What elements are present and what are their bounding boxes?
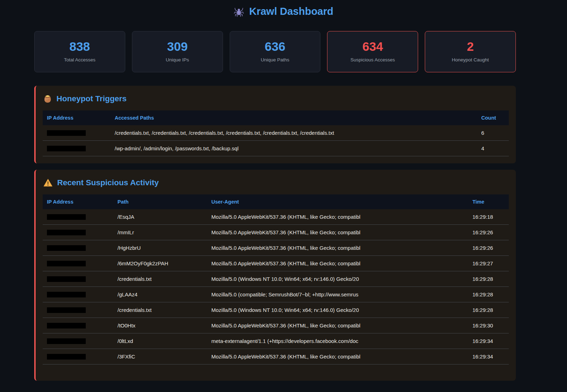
warning-icon [43, 179, 53, 187]
accessed-paths-cell: /credentials.txt, /credentials.txt, /cre… [110, 125, 477, 141]
activity-table-row: /gLAAz4 Mozilla/5.0 (compatible; Semrush… [43, 287, 509, 302]
user-agent-cell: meta-externalagent/1.1 (+https://develop… [207, 333, 468, 349]
ip-address-cell [43, 125, 110, 141]
activity-table-header-row: IP Address Path User-Agent Time [43, 194, 509, 209]
ip-address-cell [43, 256, 113, 271]
activity-panel-title-text: Recent Suspicious Activity [57, 178, 159, 187]
user-agent-cell: Mozilla/5.0 AppleWebKit/537.36 (KHTML, l… [207, 240, 468, 256]
stat-card: 838 Total Accesses [34, 31, 125, 72]
honeypot-icon [43, 94, 52, 103]
time-cell: 16:29:34 [468, 349, 509, 364]
time-cell: 16:29:18 [468, 209, 509, 225]
page-title: Krawl Dashboard [0, 0, 567, 17]
redacted-ip-bar [47, 354, 86, 360]
stat-value: 636 [233, 40, 318, 53]
time-cell: 16:29:26 [468, 240, 509, 256]
redacted-ip-bar [47, 261, 86, 266]
ip-address-cell [43, 209, 113, 225]
time-cell: 16:29:28 [468, 287, 509, 302]
honeypot-table: IP Address Accessed Paths Count /credent… [43, 110, 509, 156]
honeypot-table-row: /credentials.txt, /credentials.txt, /cre… [43, 125, 509, 141]
column-header-accessed-paths: Accessed Paths [110, 110, 477, 125]
path-cell: /6mM2OyF0gk2zPAH [113, 256, 207, 271]
redacted-ip-bar [47, 292, 86, 297]
redacted-ip-bar [47, 307, 86, 313]
time-cell: 16:29:28 [468, 302, 509, 318]
redacted-ip-bar [47, 130, 86, 136]
accessed-paths-cell: /wp-admin/, /admin/login, /passwords.txt… [110, 141, 477, 156]
ip-address-cell [43, 240, 113, 256]
activity-table-row: /6mM2OyF0gk2zPAH Mozilla/5.0 AppleWebKit… [43, 256, 509, 271]
redacted-ip-bar [47, 146, 86, 151]
activity-table-row: /tO0Htx Mozilla/5.0 AppleWebKit/537.36 (… [43, 318, 509, 333]
user-agent-cell: Mozilla/5.0 AppleWebKit/537.36 (KHTML, l… [207, 225, 468, 240]
stat-label: Unique Paths [233, 57, 318, 62]
page-header: Krawl Dashboard [0, 0, 567, 17]
column-header-ip-address: IP Address [43, 194, 113, 209]
ip-address-cell [43, 287, 113, 302]
path-cell: /3FXfiC [113, 349, 207, 364]
column-header-user-agent: User-Agent [207, 194, 468, 209]
path-cell: /EsqJA [113, 209, 207, 225]
suspicious-activity-table: IP Address Path User-Agent Time /EsqJA M… [43, 194, 509, 364]
user-agent-cell: Mozilla/5.0 AppleWebKit/537.36 (KHTML, l… [207, 256, 468, 271]
activity-table-row: /credentials.txt Mozilla/5.0 (Windows NT… [43, 302, 509, 318]
time-cell: 16:29:30 [468, 318, 509, 333]
ip-address-cell [43, 333, 113, 349]
honeypot-table-row: /wp-admin/, /admin/login, /passwords.txt… [43, 141, 509, 156]
stat-label: Unique IPs [135, 57, 220, 62]
user-agent-cell: Mozilla/5.0 AppleWebKit/537.36 (KHTML, l… [207, 349, 468, 364]
redacted-ip-bar [47, 276, 86, 282]
stat-label: Suspicious Accesses [330, 57, 415, 62]
column-header-path: Path [113, 194, 207, 209]
path-cell: /credentials.txt [113, 302, 207, 318]
stat-value: 634 [330, 40, 415, 53]
path-cell: /HgHzbrU [113, 240, 207, 256]
time-cell: 16:29:26 [468, 225, 509, 240]
redacted-ip-bar [47, 245, 86, 251]
activity-table-row: /HgHzbrU Mozilla/5.0 AppleWebKit/537.36 … [43, 240, 509, 256]
stat-value: 2 [428, 40, 513, 53]
ip-address-cell [43, 141, 110, 156]
dashboard-content: 838 Total Accesses 309 Unique IPs 636 Un… [34, 31, 516, 381]
count-cell: 6 [477, 125, 509, 141]
path-cell: /gLAAz4 [113, 287, 207, 302]
stat-card: 636 Unique Paths [230, 31, 321, 72]
user-agent-cell: Mozilla/5.0 (compatible; SemrushBot/7~bl… [207, 287, 468, 302]
path-cell: /tO0Htx [113, 318, 207, 333]
activity-panel-title: Recent Suspicious Activity [43, 178, 509, 187]
suspicious-activity-panel: Recent Suspicious Activity IP Address Pa… [34, 170, 516, 381]
stats-row: 838 Total Accesses 309 Unique IPs 636 Un… [34, 31, 516, 72]
activity-table-row: /3FXfiC Mozilla/5.0 AppleWebKit/537.36 (… [43, 349, 509, 364]
honeypot-panel-title-text: Honeypot Triggers [56, 94, 127, 103]
activity-table-row: /credentials.txt Mozilla/5.0 (Windows NT… [43, 271, 509, 287]
activity-table-row: /EsqJA Mozilla/5.0 AppleWebKit/537.36 (K… [43, 209, 509, 225]
activity-table-row: /0ltLxd meta-externalagent/1.1 (+https:/… [43, 333, 509, 349]
time-cell: 16:29:27 [468, 256, 509, 271]
honeypot-panel-title: Honeypot Triggers [43, 94, 509, 103]
stat-card: 2 Honeypot Caught [425, 31, 516, 72]
path-cell: /0ltLxd [113, 333, 207, 349]
redacted-ip-bar [47, 338, 86, 344]
ip-address-cell [43, 349, 113, 364]
time-cell: 16:29:34 [468, 333, 509, 349]
column-header-ip-address: IP Address [43, 110, 110, 125]
redacted-ip-bar [47, 230, 86, 235]
column-header-time: Time [468, 194, 509, 209]
stat-card: 634 Suspicious Accesses [327, 31, 418, 72]
path-cell: /mmILr [113, 225, 207, 240]
redacted-ip-bar [47, 323, 86, 328]
honeypot-triggers-panel: Honeypot Triggers IP Address Accessed Pa… [34, 86, 516, 163]
spider-icon [234, 6, 244, 17]
ip-address-cell [43, 271, 113, 287]
user-agent-cell: Mozilla/5.0 AppleWebKit/537.36 (KHTML, l… [207, 209, 468, 225]
path-cell: /credentials.txt [113, 271, 207, 287]
ip-address-cell [43, 318, 113, 333]
time-cell: 16:29:28 [468, 271, 509, 287]
user-agent-cell: Mozilla/5.0 (Windows NT 10.0; Win64; x64… [207, 271, 468, 287]
user-agent-cell: Mozilla/5.0 AppleWebKit/537.36 (KHTML, l… [207, 318, 468, 333]
ip-address-cell [43, 225, 113, 240]
user-agent-cell: Mozilla/5.0 (Windows NT 10.0; Win64; x64… [207, 302, 468, 318]
count-cell: 4 [477, 141, 509, 156]
stat-label: Honeypot Caught [428, 57, 513, 62]
